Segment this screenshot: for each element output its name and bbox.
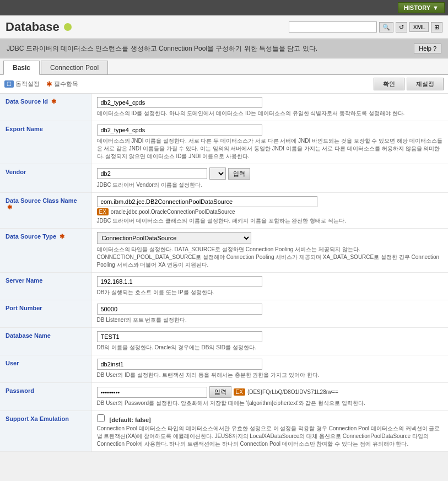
row-export-name: Export Name 데이터소스의 JNDI 이름을 설정한다. 서로 다른 … (0, 121, 448, 164)
vendor-input[interactable] (97, 168, 207, 179)
value-server-name: DB가 실행되는 호스트 이름 또는 IP를 설정한다. (91, 273, 448, 300)
row-password: Password 입력 EX {DES}FQrLbQ/D8O1lDVS71L28… (0, 383, 448, 411)
row-server-name: Server Name DB가 실행되는 호스트 이름 또는 IP를 설정한다. (0, 273, 448, 300)
search-input[interactable] (289, 21, 377, 33)
desc-database-name: DB의 이름을 설정한다. Oracle의 경우에는 DB의 SID를 설정한다… (97, 344, 443, 352)
data-source-type-select[interactable]: ConnectionPoolDataSource (97, 232, 251, 244)
label-database-name: Database Name (0, 328, 91, 355)
tab-basic[interactable]: Basic (3, 61, 40, 75)
type-row: ConnectionPoolDataSource (97, 232, 443, 244)
row-data-source-type: Data Source Type ✱ ConnectionPoolDataSou… (0, 229, 448, 273)
password-input[interactable] (97, 387, 207, 398)
required-marker: ✱ (7, 204, 12, 210)
enc-badge: EX (234, 388, 245, 396)
info-bar: JDBC 드라이버의 데이터소스 인스턴스를 생성하고 Connection P… (0, 39, 448, 58)
title-text: Database (6, 20, 60, 34)
value-data-source-type: ConnectionPoolDataSource 데이터소스의 타입을 설정한다… (91, 229, 448, 273)
required-star: ✱ (46, 80, 52, 88)
required-marker: ✱ (60, 233, 64, 240)
toolbar-right: 확인 재설정 (374, 78, 444, 90)
row-user: User DB User의 ID를 설정한다. 트랜잭션 처리 등을 위해서는 … (0, 355, 448, 383)
label-export-name: Export Name (0, 121, 91, 164)
refresh-button[interactable]: ↺ (396, 22, 407, 33)
info-text: JDBC 드라이버의 데이터소스 인스턴스를 생성하고 Connection P… (7, 44, 317, 53)
desc-data-source-id: 데이터소스의 ID를 설정한다. 하나의 도메인에서 데이터소스 ID는 데이터… (97, 110, 443, 117)
form-table: Data Source Id ✱ 데이터소스의 ID를 설정한다. 하나의 도메… (0, 94, 448, 452)
desc-password: DB User의 Password를 설정한다. 암호화해서 저장할 때에는 '… (97, 399, 443, 407)
data-source-id-input[interactable] (97, 97, 262, 108)
export-name-input[interactable] (97, 125, 262, 136)
value-support-xa-emulation: [default: false] Connection Pool 데이터소스 타… (91, 411, 448, 452)
value-data-source-id: 데이터소스의 ID를 설정한다. 하나의 도메인에서 데이터소스 ID는 데이터… (91, 94, 448, 121)
toolbar-left: ☐ 동적설정 ✱ 필수항목 (4, 80, 78, 88)
port-number-input[interactable] (97, 304, 262, 315)
history-button[interactable]: HISTORY ▼ (398, 2, 445, 13)
desc-vendor: JDBC 드라이버 Vendor의 이름을 설정한다. (97, 181, 443, 189)
suggestion-row: EX oracle.jdbc.pool.OracleConnectionPool… (97, 208, 443, 215)
value-password: 입력 EX {DES}FQrLbQ/D8O1lDVS71L28rw== DB U… (91, 383, 448, 411)
top-bar: HISTORY ▼ (0, 0, 448, 15)
import-button[interactable]: ⊞ (431, 22, 442, 33)
required-marker: ✱ (51, 98, 56, 105)
row-support-xa-emulation: Support Xa Emulation [default: false] Co… (0, 411, 448, 452)
desc-port-number: DB Listener의 포트 번호를 설정한다. (97, 316, 443, 324)
suggestion-text: oracle.jdbc.pool.OracleConnectionPoolDat… (111, 209, 235, 215)
row-vendor: Vendor 입력 JDBC 드라이버 Vendor의 이름을 설정한다. (0, 164, 448, 193)
label-password: Password (0, 383, 91, 411)
toolbar: ☐ 동적설정 ✱ 필수항목 확인 재설정 (0, 75, 448, 94)
value-user: DB User의 ID를 설정한다. 트랜잭션 처리 등을 위해서는 충분한 권… (91, 355, 448, 383)
page-title: Database (6, 20, 72, 34)
desc-support-xa: Connection Pool 데이터소스 타입의 데이터소스에서만 유효한 설… (97, 425, 443, 448)
label-server-name: Server Name (0, 273, 91, 300)
reset-button[interactable]: 재설정 (407, 78, 444, 90)
title-dot (64, 23, 72, 31)
dynamic-label-text: 동적설정 (15, 80, 40, 88)
desc-server-name: DB가 실행되는 호스트 이름 또는 IP를 설정한다. (97, 289, 443, 296)
confirm-button[interactable]: 확인 (374, 78, 404, 90)
server-name-input[interactable] (97, 276, 262, 287)
required-label-text: 필수항목 (54, 80, 78, 88)
user-input[interactable] (97, 359, 262, 370)
password-input-button[interactable]: 입력 (209, 386, 231, 398)
search-button[interactable]: 🔍 (379, 22, 393, 33)
export-button[interactable]: XML (409, 22, 429, 32)
dynamic-badge: ☐ (4, 80, 14, 88)
database-name-input[interactable] (97, 331, 262, 342)
label-data-source-type: Data Source Type ✱ (0, 229, 91, 273)
page-header: Database 🔍 ↺ XML ⊞ (0, 15, 448, 39)
vendor-select[interactable] (209, 167, 226, 180)
value-data-source-class-name: EX oracle.jdbc.pool.OracleConnectionPool… (91, 193, 448, 229)
value-vendor: 입력 JDBC 드라이버 Vendor의 이름을 설정한다. (91, 164, 448, 193)
help-icon: ? (433, 45, 436, 52)
row-data-source-class-name: Data Source Class Name ✱ EX oracle.jdbc.… (0, 193, 448, 229)
desc-user: DB User의 ID를 설정한다. 트랜잭션 처리 등을 위해서는 충분한 권… (97, 371, 443, 379)
history-label: HISTORY (404, 4, 430, 11)
vendor-row: 입력 (97, 167, 443, 180)
label-data-source-id: Data Source Id ✱ (0, 94, 91, 121)
vendor-input-button[interactable]: 입력 (228, 168, 250, 180)
label-data-source-class-name: Data Source Class Name ✱ (0, 193, 91, 229)
row-port-number: Port Number DB Listener의 포트 번호를 설정한다. (0, 300, 448, 328)
value-export-name: 데이터소스의 JNDI 이름을 설정한다. 서로 다른 두 데이터소스가 서로 … (91, 121, 448, 164)
row-data-source-id: Data Source Id ✱ 데이터소스의 ID를 설정한다. 하나의 도메… (0, 94, 448, 121)
desc-class-name: JDBC 드라이버 데이터소스 클래스의 이름을 설정한다. 패키지 이름을 포… (97, 217, 443, 225)
required-label: ✱ 필수항목 (46, 80, 78, 88)
help-button[interactable]: Help ? (414, 44, 441, 53)
tab-connection-pool[interactable]: Connection Pool (41, 61, 108, 74)
desc-export-name: 데이터소스의 JNDI 이름을 설정한다. 서로 다른 두 데이터소스가 서로 … (97, 137, 443, 160)
default-text: [default: false] (110, 417, 151, 423)
label-support-xa-emulation: Support Xa Emulation (0, 411, 91, 452)
desc-data-source-type: 데이터소스의 타입을 설정한다. DATA_SOURCE로 설정하면 Conne… (97, 246, 443, 269)
password-row: 입력 EX {DES}FQrLbQ/D8O1lDVS71L28rw== (97, 386, 443, 398)
value-port-number: DB Listener의 포트 번호를 설정한다. (91, 300, 448, 328)
row-database-name: Database Name DB의 이름을 설정한다. Oracle의 경우에는… (0, 328, 448, 355)
tab-bar: Basic Connection Pool (0, 58, 448, 75)
help-label: Help (419, 45, 431, 52)
support-xa-emulation-checkbox[interactable] (97, 414, 105, 422)
header-actions: 🔍 ↺ XML ⊞ (289, 21, 442, 33)
label-port-number: Port Number (0, 300, 91, 328)
label-vendor: Vendor (0, 164, 91, 193)
label-user: User (0, 355, 91, 383)
class-name-input[interactable] (97, 196, 317, 207)
value-database-name: DB의 이름을 설정한다. Oracle의 경우에는 DB의 SID를 설정한다… (91, 328, 448, 355)
